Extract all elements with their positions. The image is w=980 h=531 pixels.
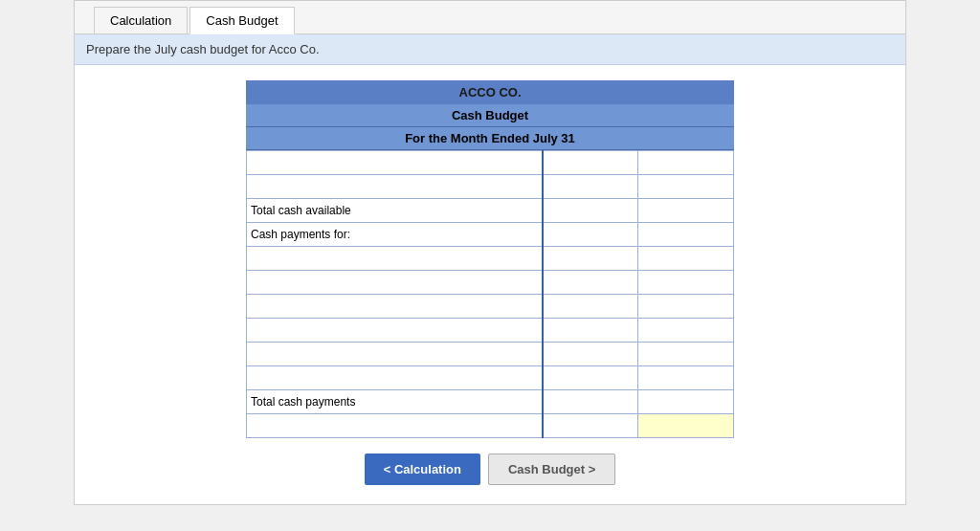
final-label-input[interactable] [251,416,538,435]
value-input-10[interactable] [547,368,634,387]
main-container: Calculation Cash Budget Prepare the July… [74,0,906,505]
total-cash-payments-result[interactable] [642,392,729,411]
budget-table: Total cash available Cash payments for: [246,150,734,438]
value-cell [543,295,638,319]
total-cash-available-label: Total cash available [247,199,543,223]
cash-payments-result[interactable] [642,225,729,244]
table-row [247,151,734,175]
label-input-8[interactable] [251,321,538,340]
label-input-7[interactable] [251,297,538,316]
value-cell [543,247,638,271]
result-input-5[interactable] [642,249,729,268]
prev-button[interactable]: < Calculation [365,454,480,485]
nav-buttons: < Calculation Cash Budget > [94,454,886,485]
result-cell [638,247,734,271]
result-cell [638,271,734,295]
value-cell [543,343,638,366]
result-input-6[interactable] [642,273,729,292]
value-cell [543,175,638,199]
value-input-8[interactable] [547,321,634,340]
table-container: ACCO CO. Cash Budget For the Month Ended… [246,80,734,438]
label-input-2[interactable] [251,177,538,196]
total-cash-payments-label: Total cash payments [247,390,543,414]
label-cell [247,319,543,343]
result-input-10[interactable] [642,368,729,387]
final-result-row [247,414,734,438]
final-value-cell [543,414,638,438]
result-cell [638,151,734,175]
label-input-5[interactable] [251,249,538,268]
report-period: For the Month Ended July 31 [246,127,734,150]
label-cell [247,247,543,271]
value-input-2[interactable] [547,177,634,196]
result-cell [638,223,734,247]
total-cash-payments-row: Total cash payments [247,390,734,414]
final-result-input[interactable] [642,416,729,435]
result-cell [638,390,734,414]
result-input-8[interactable] [642,321,729,340]
result-cell [638,366,734,390]
tabs-bar: Calculation Cash Budget [75,1,905,34]
cash-payments-value[interactable] [547,225,634,244]
tab-calculation[interactable]: Calculation [94,7,188,33]
label-input-6[interactable] [251,273,538,292]
result-cell [638,199,734,223]
table-row [247,295,734,319]
value-input-7[interactable] [547,297,634,316]
final-value-input[interactable] [547,416,634,435]
label-input-9[interactable] [251,344,538,364]
value-cell [543,271,638,295]
final-label-cell [247,414,543,438]
table-row [247,343,734,366]
label-cell [247,271,543,295]
value-cell [543,390,638,414]
value-input-5[interactable] [547,249,634,268]
table-row [247,319,734,343]
result-input-9[interactable] [642,344,729,364]
result-cell [638,319,734,343]
next-button[interactable]: Cash Budget > [488,454,615,485]
value-input-1[interactable] [547,153,634,172]
label-input-1[interactable] [251,153,538,172]
label-cell [247,151,543,175]
label-cell [247,343,543,366]
final-result-cell [638,414,734,438]
value-cell [543,319,638,343]
subtitle-bar: Prepare the July cash budget for Acco Co… [75,34,905,65]
result-input-7[interactable] [642,297,729,316]
value-cell [543,151,638,175]
total-cash-available-row: Total cash available [247,199,734,223]
value-cell [543,366,638,390]
total-cash-payments-value[interactable] [547,392,634,411]
tab-cash-budget[interactable]: Cash Budget [189,7,294,34]
label-cell [247,175,543,199]
report-title: Cash Budget [246,104,734,127]
label-cell [247,295,543,319]
content-area: ACCO CO. Cash Budget For the Month Ended… [75,65,905,504]
table-row [247,175,734,199]
table-row [247,366,734,390]
table-row [247,271,734,295]
table-row [247,247,734,271]
value-cell [543,199,638,223]
value-input-6[interactable] [547,273,634,292]
result-cell [638,295,734,319]
result-cell [638,175,734,199]
cash-payments-section-row: Cash payments for: [247,223,734,247]
total-cash-available-result[interactable] [642,201,729,220]
label-cell [247,366,543,390]
result-cell [638,343,734,366]
result-input-1[interactable] [642,153,729,172]
company-name: ACCO CO. [246,80,734,104]
cash-payments-label: Cash payments for: [247,223,543,247]
result-input-2[interactable] [642,177,729,196]
label-input-10[interactable] [251,368,538,387]
value-cell [543,223,638,247]
value-input-9[interactable] [547,344,634,364]
total-cash-available-value[interactable] [547,201,634,220]
